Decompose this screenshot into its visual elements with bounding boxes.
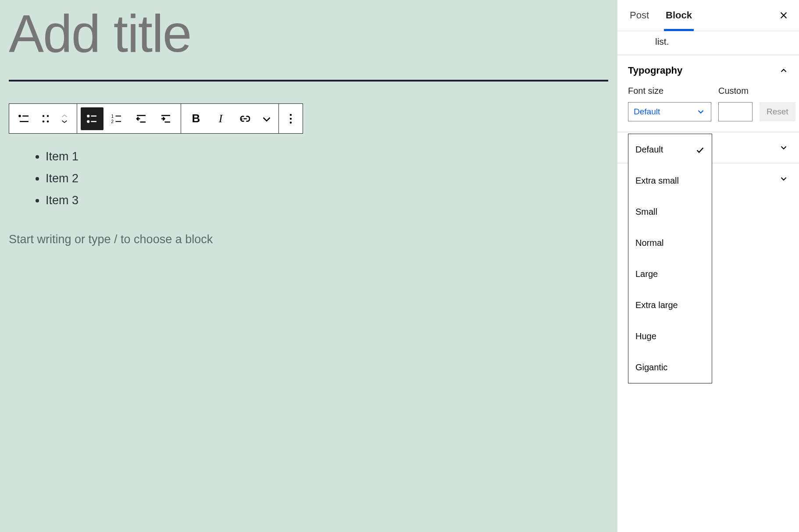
chevron-down-icon: [696, 107, 706, 117]
toolbar-group-options: [279, 104, 303, 133]
custom-font-size-input[interactable]: [718, 102, 753, 121]
block-options-button[interactable]: [282, 107, 299, 130]
option-label: Large: [635, 269, 658, 279]
indent-button[interactable]: [154, 107, 177, 130]
option-label: Extra large: [635, 300, 678, 310]
check-icon: [695, 145, 705, 155]
list-item[interactable]: Item 2: [46, 168, 608, 190]
svg-point-21: [290, 121, 292, 124]
tab-post[interactable]: Post: [625, 0, 653, 31]
toolbar-group-list-style: 12: [77, 104, 181, 133]
more-format-button[interactable]: [258, 107, 275, 130]
svg-point-20: [290, 117, 292, 120]
toolbar-group-format: B I: [181, 104, 279, 133]
svg-text:1: 1: [111, 113, 114, 118]
tab-block[interactable]: Block: [661, 0, 696, 31]
svg-text:2: 2: [111, 119, 114, 124]
typography-panel-header[interactable]: Typography: [617, 55, 799, 86]
drag-handle-icon[interactable]: [37, 107, 54, 130]
font-size-option-default[interactable]: Default: [628, 134, 712, 165]
separator-block[interactable]: [9, 80, 608, 82]
block-appender-prompt[interactable]: Start writing or type / to choose a bloc…: [9, 233, 608, 246]
bold-button[interactable]: B: [185, 107, 207, 130]
settings-sidebar: Post Block list. Typography Font size De…: [617, 0, 799, 532]
move-up-down-buttons[interactable]: [56, 107, 73, 130]
typography-panel-body: Font size Default Custom Reset: [617, 86, 799, 132]
svg-point-3: [43, 115, 45, 117]
block-toolbar: 12 B I: [9, 103, 303, 134]
svg-point-0: [19, 115, 21, 117]
sidebar-tabs: Post Block: [617, 0, 799, 31]
font-size-option-gigantic[interactable]: Gigantic: [628, 352, 712, 383]
typography-panel-title: Typography: [628, 65, 682, 76]
toolbar-group-block: [9, 104, 77, 133]
option-label: Default: [635, 145, 663, 155]
svg-point-6: [47, 121, 49, 123]
svg-point-4: [47, 115, 49, 117]
font-size-select[interactable]: Default: [628, 102, 711, 121]
option-label: Normal: [635, 238, 663, 248]
italic-button[interactable]: I: [209, 107, 232, 130]
svg-point-19: [290, 114, 292, 116]
outdent-button[interactable]: [130, 107, 153, 130]
font-size-label: Font size: [628, 86, 711, 96]
svg-point-7: [87, 115, 89, 117]
font-size-option-extra-large[interactable]: Extra large: [628, 290, 712, 321]
font-size-option-normal[interactable]: Normal: [628, 227, 712, 259]
font-size-dropdown: Default Extra small Small Normal Large E…: [628, 134, 712, 383]
font-size-selected-value: Default: [634, 107, 660, 117]
list-item[interactable]: Item 3: [46, 190, 608, 212]
list-item[interactable]: Item 1: [46, 146, 608, 168]
reset-font-size-button[interactable]: Reset: [760, 102, 795, 121]
option-label: Small: [635, 207, 657, 217]
list-block-icon[interactable]: [13, 107, 36, 130]
svg-point-9: [87, 121, 89, 122]
svg-point-5: [43, 121, 45, 123]
unordered-list-button[interactable]: [81, 107, 103, 130]
custom-size-label: Custom: [718, 86, 753, 96]
ordered-list-button[interactable]: 12: [105, 107, 128, 130]
option-label: Gigantic: [635, 362, 667, 372]
close-sidebar-button[interactable]: [776, 8, 791, 23]
font-size-option-extra-small[interactable]: Extra small: [628, 165, 712, 196]
font-size-option-large[interactable]: Large: [628, 259, 712, 290]
block-description: list.: [617, 31, 799, 55]
option-label: Extra small: [635, 176, 679, 186]
post-title-input[interactable]: Add title: [9, 0, 608, 80]
option-label: Huge: [635, 331, 656, 341]
font-size-option-small[interactable]: Small: [628, 196, 712, 227]
editor-canvas: Add title 12: [0, 0, 617, 532]
chevron-down-icon: [779, 174, 788, 184]
chevron-up-icon: [779, 66, 788, 75]
list-block[interactable]: Item 1 Item 2 Item 3: [9, 146, 608, 212]
font-size-option-huge[interactable]: Huge: [628, 321, 712, 352]
chevron-down-icon: [779, 143, 788, 153]
link-button[interactable]: [234, 107, 257, 130]
